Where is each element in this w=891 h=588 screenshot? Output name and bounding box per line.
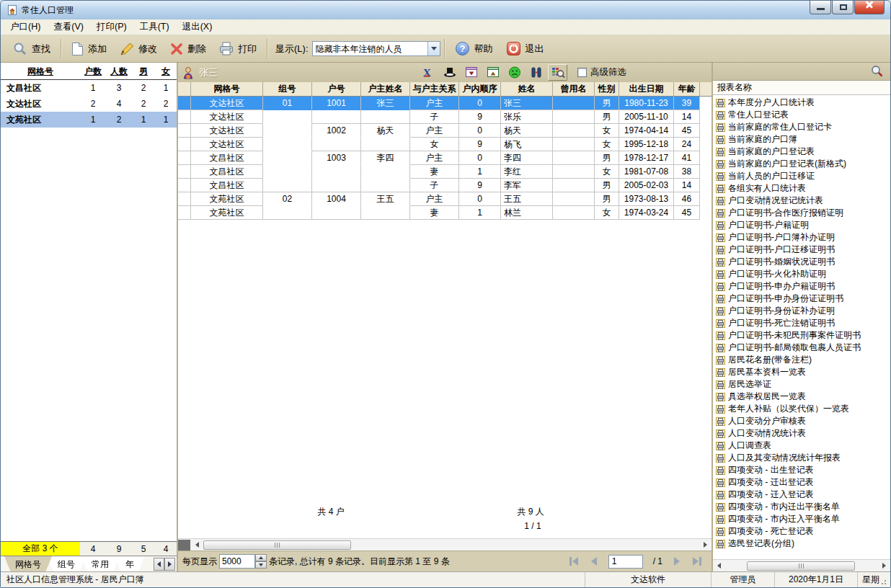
prev-page-button[interactable] — [590, 556, 598, 567]
column-header[interactable]: 年龄 — [674, 82, 700, 96]
page-size-input[interactable] — [219, 554, 255, 569]
column-header[interactable]: 曾用名 — [553, 82, 595, 96]
report-item[interactable]: 选民登记表(分组) — [713, 538, 890, 550]
table-row[interactable]: 文达社区011001张三户主0张三男1980-11-2339 — [178, 97, 712, 110]
display-filter-select[interactable]: 隐藏非本年注销的人员 — [312, 41, 440, 56]
table-row[interactable]: 文昌社区妻1李红女1981-07-0838 — [178, 165, 712, 179]
scrollbar-thumb[interactable] — [747, 561, 855, 571]
report-item[interactable]: 居民选举证 — [713, 378, 890, 391]
status-face-button[interactable] — [505, 64, 524, 81]
report-item[interactable]: 户口证明书-申办户籍证明书 — [713, 280, 890, 293]
report-item[interactable]: 当前家庭的户口登记表 — [713, 146, 890, 158]
menu-item[interactable]: 查看(V) — [47, 19, 90, 35]
report-item[interactable]: 老年人补贴（以奖代保）一览表 — [713, 403, 890, 415]
close-button[interactable] — [854, 1, 885, 14]
report-item[interactable]: 当前家庭的户口登记表(新格式) — [713, 158, 890, 170]
table-row[interactable]: 文达社区子9张乐男2005-11-1014 — [178, 110, 712, 124]
maximize-button[interactable] — [832, 1, 854, 14]
scroll-left-button[interactable] — [191, 540, 203, 551]
menu-item[interactable]: 工具(T) — [133, 19, 176, 35]
advanced-filter-checkbox[interactable] — [577, 68, 587, 77]
minimize-button[interactable] — [810, 1, 831, 14]
table-row[interactable]: 文昌社区1003李四户主0李四男1978-12-1741 — [178, 151, 712, 165]
column-header[interactable]: 出生日期 — [619, 82, 674, 96]
report-item[interactable]: 人口调查表 — [713, 440, 890, 452]
table-row[interactable]: 文苑社区021004王五户主0王五男1973-08-1346 — [178, 192, 712, 206]
report-item[interactable]: 户口证明书-申办身份证证明书 — [713, 293, 890, 305]
report-item[interactable]: 户口证明书-户口簿补办证明 — [713, 231, 890, 244]
report-item[interactable]: 户口变动情况登记统计表 — [713, 195, 890, 207]
menu-item[interactable]: 退出(X) — [176, 19, 219, 35]
report-item[interactable]: 户口证明书-合作医疗报销证明 — [713, 207, 890, 219]
sidebar-row[interactable]: 文昌社区1321 — [1, 80, 177, 96]
menu-item[interactable]: 打印(P) — [90, 19, 133, 35]
last-page-button[interactable] — [691, 556, 703, 567]
exit-button[interactable]: 退出 — [500, 38, 551, 59]
excel-export-button[interactable]: X — [418, 64, 438, 81]
table-row[interactable]: 文昌社区子9李军男2005-02-0314 — [178, 179, 712, 192]
report-item[interactable]: 户口证明书-邮局领取包裹人员证书 — [713, 342, 890, 354]
report-item[interactable]: 四项变动 - 迁出登记表 — [713, 476, 890, 489]
report-item[interactable]: 户口证明书-身份证补办证明 — [713, 305, 890, 317]
report-item[interactable]: 本年度分户人口统计表 — [713, 97, 890, 109]
spin-down-button[interactable] — [255, 561, 267, 569]
report-item[interactable]: 人口变动情况统计表 — [713, 427, 890, 440]
column-header[interactable]: 性别 — [595, 82, 619, 96]
report-item[interactable]: 户口证明书-户口迁移证明书 — [713, 244, 890, 256]
page-number-input[interactable] — [608, 555, 643, 569]
scrollbar-thumb[interactable] — [203, 540, 351, 550]
sidebar-row[interactable]: 文达社区2422 — [1, 96, 177, 112]
menu-item[interactable]: 户口(H) — [4, 19, 47, 35]
scroll-right-button[interactable] — [878, 561, 890, 571]
table-row[interactable]: 文达社区1002杨天户主0杨天女1974-04-1445 — [178, 124, 712, 138]
report-item[interactable]: 户口证明书-死亡注销证明书 — [713, 317, 890, 329]
sidebar-tab[interactable]: 网格号 — [4, 556, 52, 571]
find-button[interactable]: 查找 — [6, 39, 57, 59]
report-item[interactable]: 户口证明书-火化补助证明 — [713, 268, 890, 280]
add-button[interactable]: 添加 — [65, 39, 113, 59]
tab-scroll-right-button[interactable] — [164, 558, 175, 571]
combo-dropdown-button[interactable] — [427, 42, 440, 55]
spin-up-button[interactable] — [255, 554, 267, 561]
column-header[interactable]: 姓名 — [501, 82, 553, 96]
report-item[interactable]: 四项变动 - 出生登记表 — [713, 464, 890, 476]
report-item[interactable]: 四项变动 - 迁入登记表 — [713, 489, 890, 501]
magnifier-icon[interactable] — [871, 65, 884, 78]
grid-search-button[interactable] — [548, 64, 567, 81]
scroll-left-button[interactable] — [713, 561, 725, 571]
tab-scroll-left-button[interactable] — [154, 558, 164, 571]
report-item[interactable]: 常住人口登记表 — [713, 109, 890, 121]
print-button[interactable]: 打印 — [213, 39, 263, 58]
magic-hat-button[interactable] — [440, 64, 459, 81]
report-item[interactable]: 各组实有人口统计表 — [713, 182, 890, 195]
import-window-button[interactable] — [461, 64, 481, 81]
report-item[interactable]: 具选举权居民一览表 — [713, 391, 890, 403]
next-page-button[interactable] — [673, 556, 681, 567]
report-item[interactable]: 当前家庭的常住人口登记卡 — [713, 121, 890, 133]
split-columns-button[interactable] — [526, 64, 546, 81]
column-header[interactable]: 网格号 — [191, 82, 263, 96]
export-window-button[interactable] — [483, 64, 502, 81]
column-header[interactable]: 户内顺序 — [459, 82, 501, 96]
sidebar-tab[interactable]: 组号 — [47, 556, 86, 571]
sidebar-tab[interactable]: 年 — [115, 556, 145, 571]
edit-button[interactable]: 修改 — [113, 39, 164, 59]
report-item[interactable]: 四项变动 - 市内迁出平衡名单 — [713, 501, 890, 513]
help-button[interactable]: ? 帮助 — [448, 38, 500, 59]
report-item[interactable]: 居民花名册(带备注栏) — [713, 354, 890, 366]
scroll-right-button[interactable] — [699, 540, 712, 551]
report-item[interactable]: 当前家庭的户口簿 — [713, 133, 890, 146]
sidebar-row[interactable]: 文苑社区1211 — [1, 112, 177, 128]
table-row[interactable]: 文达社区女9杨飞女1995-12-1824 — [178, 138, 712, 151]
sidebar-tab[interactable]: 常用 — [81, 556, 120, 571]
column-header[interactable]: 与户主关系 — [410, 82, 459, 96]
report-item[interactable]: 户口证明书-户籍证明 — [713, 219, 890, 231]
report-item[interactable]: 户口证明书-未犯民刑事案件证明书 — [713, 329, 890, 342]
report-item[interactable]: 户口证明书-婚姻状况证明书 — [713, 256, 890, 268]
column-header[interactable]: 组号 — [263, 82, 312, 96]
report-item[interactable]: 居民基本资料一览表 — [713, 366, 890, 378]
table-row[interactable]: 文苑社区妻1林兰女1974-03-2445 — [178, 206, 712, 220]
first-page-button[interactable] — [568, 556, 580, 567]
report-item[interactable]: 四项变动 - 死亡登记表 — [713, 525, 890, 538]
report-item[interactable]: 四项变动 - 市内迁入平衡名单 — [713, 513, 890, 525]
